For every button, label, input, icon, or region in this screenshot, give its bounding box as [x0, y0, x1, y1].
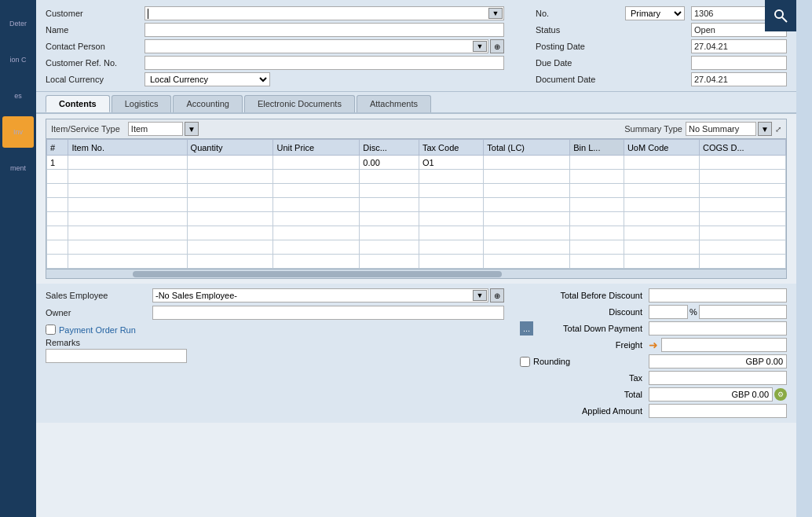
cell-disc[interactable]: [360, 226, 419, 240]
cell-item-no[interactable]: [68, 184, 187, 198]
cell-bin-l[interactable]: [570, 156, 624, 170]
tab-contents[interactable]: Contents: [46, 95, 110, 112]
cell-tax-code[interactable]: O1: [419, 156, 483, 170]
discount-percent-input[interactable]: [649, 305, 688, 319]
cell-uom-code[interactable]: [624, 240, 699, 255]
customer-ref-input[interactable]: [144, 56, 504, 70]
cell-cogs-d[interactable]: [700, 156, 786, 170]
cell-bin-l[interactable]: [570, 170, 624, 184]
cell-num[interactable]: [47, 184, 68, 198]
cell-total-lc[interactable]: [484, 170, 570, 184]
sidebar-item-inv[interactable]: Inv: [2, 116, 34, 148]
cell-unit-price[interactable]: [273, 170, 360, 184]
cell-tax-code[interactable]: [419, 240, 483, 255]
cell-cogs-d[interactable]: [700, 226, 786, 240]
cell-unit-price[interactable]: [273, 198, 360, 212]
cell-cogs-d[interactable]: [700, 170, 786, 184]
cell-item-no[interactable]: [68, 170, 187, 184]
cell-quantity[interactable]: [187, 255, 273, 269]
cell-total-lc[interactable]: [484, 156, 570, 170]
cell-item-no[interactable]: [68, 198, 187, 212]
cell-uom-code[interactable]: [624, 226, 699, 240]
cell-num[interactable]: 1: [47, 156, 68, 170]
cell-unit-price[interactable]: [273, 212, 360, 226]
cell-bin-l[interactable]: [570, 226, 624, 240]
cell-unit-price[interactable]: [273, 226, 360, 240]
cell-total-lc[interactable]: [484, 184, 570, 198]
tab-logistics[interactable]: Logistics: [112, 95, 172, 112]
cell-item-no[interactable]: [68, 240, 187, 255]
cell-bin-l[interactable]: [570, 198, 624, 212]
cell-quantity[interactable]: [187, 226, 273, 240]
cell-total-lc[interactable]: [484, 226, 570, 240]
cell-quantity[interactable]: [187, 240, 273, 255]
table-row[interactable]: [47, 226, 786, 240]
cell-num[interactable]: [47, 226, 68, 240]
summary-type-dropdown-btn[interactable]: ▼: [758, 122, 772, 136]
tab-electronic-documents[interactable]: Electronic Documents: [244, 95, 355, 112]
cell-disc[interactable]: [360, 184, 419, 198]
cell-quantity[interactable]: [187, 184, 273, 198]
cell-disc[interactable]: [360, 198, 419, 212]
horizontal-scrollbar[interactable]: [46, 269, 786, 278]
cell-num[interactable]: [47, 255, 68, 269]
item-type-dropdown-btn[interactable]: ▼: [185, 122, 199, 136]
rounding-checkbox[interactable]: [520, 357, 530, 367]
tab-attachments[interactable]: Attachments: [357, 95, 431, 112]
table-row[interactable]: [47, 198, 786, 212]
sales-employee-btn[interactable]: ⊕: [490, 288, 504, 302]
table-row[interactable]: [47, 255, 786, 269]
payment-order-checkbox[interactable]: [46, 324, 56, 335]
cell-bin-l[interactable]: [570, 184, 624, 198]
cell-total-lc[interactable]: [484, 212, 570, 226]
expand-icon[interactable]: ⤢: [775, 125, 781, 134]
cell-uom-code[interactable]: [624, 170, 699, 184]
cell-num[interactable]: [47, 212, 68, 226]
cell-item-no[interactable]: [68, 156, 187, 170]
sidebar-item-deter[interactable]: Deter: [2, 8, 34, 39]
remarks-input[interactable]: [46, 349, 187, 363]
cell-tax-code[interactable]: [419, 212, 483, 226]
cell-tax-code[interactable]: [419, 198, 483, 212]
scroll-thumb[interactable]: [133, 271, 502, 277]
cell-unit-price[interactable]: [273, 184, 360, 198]
cell-cogs-d[interactable]: [700, 184, 786, 198]
cell-bin-l[interactable]: [570, 255, 624, 269]
cell-quantity[interactable]: [187, 198, 273, 212]
cell-cogs-d[interactable]: [700, 255, 786, 269]
primary-select[interactable]: Primary: [625, 6, 685, 20]
table-row[interactable]: 10.00O1: [47, 156, 786, 170]
sales-employee-dropdown-btn[interactable]: ▼: [473, 290, 487, 301]
cell-cogs-d[interactable]: [700, 212, 786, 226]
cell-total-lc[interactable]: [484, 198, 570, 212]
cell-total-lc[interactable]: [484, 255, 570, 269]
cell-uom-code[interactable]: [624, 255, 699, 269]
cell-disc[interactable]: [360, 212, 419, 226]
table-row[interactable]: [47, 240, 786, 255]
cell-unit-price[interactable]: [273, 156, 360, 170]
cell-uom-code[interactable]: [624, 212, 699, 226]
cell-disc[interactable]: [360, 240, 419, 255]
cell-tax-code[interactable]: [419, 255, 483, 269]
tab-accounting[interactable]: Accounting: [173, 95, 242, 112]
cell-item-no[interactable]: [68, 255, 187, 269]
cell-quantity[interactable]: [187, 156, 273, 170]
sidebar-item-ion[interactable]: ion C: [2, 44, 34, 75]
cell-item-no[interactable]: [68, 212, 187, 226]
cell-bin-l[interactable]: [570, 240, 624, 255]
sales-employee-input[interactable]: -No Sales Employee- ▼: [152, 288, 488, 302]
sidebar-item-ment[interactable]: ment: [2, 152, 34, 184]
cell-disc[interactable]: 0.00: [360, 156, 419, 170]
contact-person-btn[interactable]: ⊕: [490, 39, 504, 53]
customer-dropdown-btn[interactable]: ▼: [488, 8, 503, 19]
cell-disc[interactable]: [360, 255, 419, 269]
cell-tax-code[interactable]: [419, 170, 483, 184]
sidebar-item-es[interactable]: es: [2, 80, 34, 112]
cell-uom-code[interactable]: [624, 184, 699, 198]
search-button[interactable]: [765, 0, 796, 31]
owner-input[interactable]: [152, 306, 504, 320]
table-row[interactable]: [47, 184, 786, 198]
customer-input[interactable]: ▼: [144, 6, 504, 20]
cell-item-no[interactable]: [68, 226, 187, 240]
cell-unit-price[interactable]: [273, 240, 360, 255]
